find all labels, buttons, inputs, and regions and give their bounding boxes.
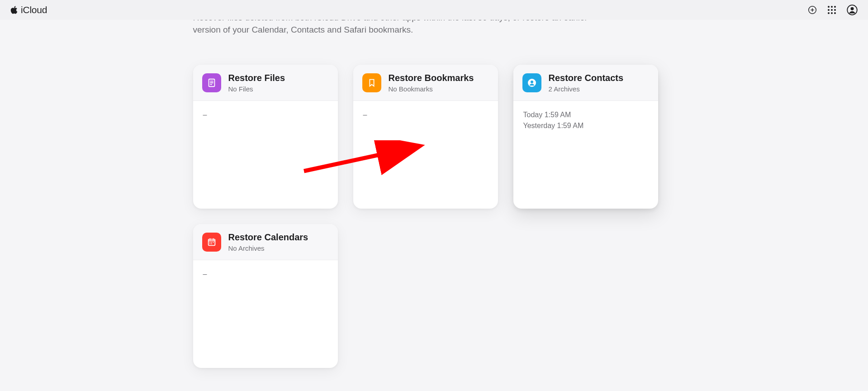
archive-entry[interactable]: Today 1:59 AM [523,111,648,119]
svg-point-19 [531,81,533,83]
card-titles: Restore Bookmarks No Bookmarks [389,72,474,94]
section-description: Recover files deleted from both iCloud D… [193,20,600,36]
account-icon[interactable] [846,4,858,16]
card-header: Restore Calendars No Archives [193,224,338,260]
quick-access-add-icon[interactable] [807,5,817,15]
app-launcher-icon[interactable] [827,5,836,14]
apple-logo-icon[interactable] [10,5,18,14]
card-empty-placeholder: – [203,111,328,119]
card-body: – [193,101,338,132]
card-titles: Restore Contacts 2 Archives [549,72,624,94]
svg-point-7 [831,9,833,11]
card-titles: Restore Calendars No Archives [228,231,308,253]
header-bar: iCloud [0,0,868,20]
header-left: iCloud [10,5,47,15]
archive-entry[interactable]: Yesterday 1:59 AM [523,122,648,130]
svg-point-10 [831,12,833,14]
card-title: Restore Files [228,72,285,84]
svg-point-11 [834,12,836,14]
svg-point-8 [834,9,836,11]
restore-cards-grid: Restore Files No Files – [193,65,673,368]
main-panel: Recover files deleted from both iCloud D… [0,20,868,391]
card-title: Restore Calendars [228,231,308,243]
calendar-icon [202,233,221,252]
card-restore-calendars[interactable]: Restore Calendars No Archives – [193,224,338,368]
card-restore-bookmarks[interactable]: Restore Bookmarks No Bookmarks – [353,65,498,209]
header-title[interactable]: iCloud [21,5,47,15]
card-body: Today 1:59 AM Yesterday 1:59 AM [513,101,658,143]
svg-point-3 [828,6,830,8]
card-body: – [353,101,498,132]
card-restore-files[interactable]: Restore Files No Files – [193,65,338,209]
file-icon [202,73,221,92]
card-subtitle: No Files [228,85,285,94]
card-titles: Restore Files No Files [228,72,285,94]
card-restore-contacts[interactable]: Restore Contacts 2 Archives Today 1:59 A… [513,65,658,209]
svg-point-9 [828,12,830,14]
card-subtitle: No Archives [228,244,308,253]
contacts-icon [522,73,541,92]
card-header: Restore Contacts 2 Archives [513,65,658,101]
card-subtitle: 2 Archives [549,85,624,94]
svg-point-6 [828,9,830,11]
card-title: Restore Bookmarks [389,72,474,84]
card-header: Restore Bookmarks No Bookmarks [353,65,498,101]
header-right [807,4,858,16]
card-body: – [193,260,338,291]
card-empty-placeholder: – [203,270,328,278]
card-header: Restore Files No Files [193,65,338,101]
content-wrapper: Recover files deleted from both iCloud D… [81,20,787,368]
svg-point-13 [851,7,854,10]
card-empty-placeholder: – [363,111,488,119]
bookmark-icon [362,73,381,92]
card-title: Restore Contacts [549,72,624,84]
svg-point-5 [834,6,836,8]
card-subtitle: No Bookmarks [389,85,474,94]
svg-point-4 [831,6,833,8]
